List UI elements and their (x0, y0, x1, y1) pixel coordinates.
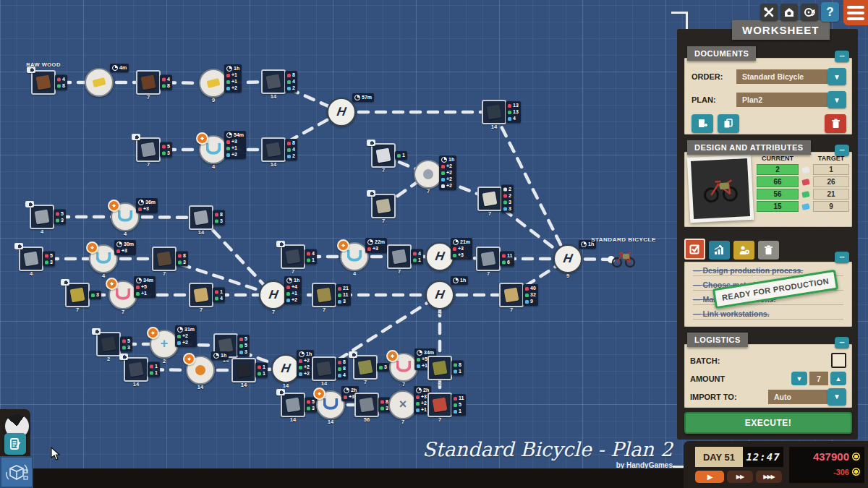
material-icon (35, 210, 50, 225)
material-node[interactable]: 84214 (261, 69, 286, 94)
order-select[interactable]: Standard Bicycle (736, 69, 827, 84)
material-node[interactable]: 8356 (354, 393, 379, 417)
documents-collapse-button[interactable]: – (835, 51, 849, 62)
process-node[interactable]: 2h+314 (316, 390, 345, 419)
delete-tab[interactable] (758, 241, 779, 260)
material-node[interactable]: 837 (152, 247, 176, 271)
play-button[interactable]: ▶ (695, 471, 724, 483)
material-node[interactable]: 532 (96, 332, 121, 356)
material-node[interactable]: 534 (30, 205, 54, 229)
process-node[interactable]: 1h14 (186, 356, 215, 385)
checklist-collapse-button[interactable]: – (835, 252, 849, 263)
copy-plan-button[interactable] (718, 114, 739, 133)
workers-tab[interactable] (733, 241, 754, 260)
menu-button[interactable] (843, 0, 868, 25)
process-node[interactable]: 54m+3+1+24 (199, 135, 228, 164)
help-icon: ? (826, 5, 833, 20)
material-icon (141, 75, 156, 90)
worker-gear-icon (739, 245, 750, 255)
logistics-collapse-button[interactable]: – (835, 337, 849, 348)
process-node[interactable]: 4m (85, 68, 114, 97)
chevron-down-icon[interactable]: ▼ (827, 68, 846, 85)
material-node[interactable]: 534 (19, 247, 43, 271)
material-node[interactable]: 417 (281, 244, 305, 269)
plan-select[interactable]: Plan2 (736, 93, 827, 107)
tools-button[interactable] (760, 4, 778, 21)
stats-tab[interactable] (709, 241, 730, 260)
machine-icon (423, 169, 433, 179)
material-node[interactable]: 537 (136, 137, 161, 162)
fastest-forward-button[interactable]: ▶▶▶ (756, 471, 782, 483)
material-stats: 14 (213, 288, 225, 303)
material-node[interactable]: 17 (371, 143, 396, 168)
batch-checkbox[interactable] (831, 353, 846, 368)
material-stats: 53 (305, 398, 317, 413)
attributes-collapse-button[interactable]: – (835, 145, 849, 156)
material-node[interactable]: 48RAW WOOD (31, 70, 56, 95)
material-node[interactable]: 84214 (261, 137, 286, 162)
copy-icon (723, 119, 733, 129)
material-node[interactable]: 812 (427, 356, 452, 380)
fast-forward-button[interactable]: ▶▶ (727, 471, 753, 483)
chevron-down-icon[interactable]: ▼ (827, 388, 846, 406)
machine-icon (195, 365, 205, 375)
process-node[interactable]: +31m+2+22 (150, 330, 179, 359)
material-node[interactable]: 1167 (476, 247, 501, 271)
worksheet-tabs (684, 241, 779, 260)
worksheet-toggle-button[interactable] (4, 433, 26, 455)
hub-node[interactable]: H1h+4+1+27 (259, 281, 288, 309)
hub-node[interactable]: H1h+2+2+214 (271, 354, 300, 383)
machine-icon (347, 250, 362, 262)
stock-count: 14 (491, 124, 497, 130)
attribute-target-value: 21 (813, 189, 849, 200)
process-stats: 1h+2+2+2+2 (439, 155, 456, 190)
material-node[interactable]: 1313414 (482, 100, 506, 124)
hub-node[interactable]: H1h9 (553, 244, 582, 273)
process-node[interactable]: 22m+34 (340, 242, 369, 271)
material-node[interactable]: 22337 (477, 187, 502, 211)
hub-node[interactable]: H21m+3+3 (425, 242, 454, 271)
checklist-tab[interactable] (684, 239, 705, 260)
worksheet-panel: WORKSHEET DOCUMENTS – ORDER: Standard Bi… (677, 29, 858, 440)
material-node[interactable]: 211137 (312, 283, 336, 307)
material-node[interactable]: 1114 (124, 357, 148, 382)
material-node[interactable]: 403297 (499, 283, 524, 307)
workstation-icon: H (336, 105, 347, 119)
amount-decrease-button[interactable]: ▼ (791, 372, 807, 385)
delete-plan-button[interactable] (825, 114, 846, 133)
execute-button[interactable]: EXECUTE! (684, 412, 852, 434)
process-node[interactable]: 30m+34 (89, 244, 118, 273)
process-node[interactable]: ×2h+3+2+17 (388, 390, 417, 419)
material-node[interactable]: 147 (189, 283, 213, 307)
material-stats: 11 (148, 362, 160, 377)
process-node[interactable]: 36m+34 (111, 202, 140, 231)
process-node[interactable]: 34m+5+17 (389, 353, 418, 382)
attribute-row: 6626 (757, 176, 849, 187)
process-node[interactable]: 1h+1+1+29 (199, 69, 228, 98)
stock-count: 7 (402, 381, 405, 388)
material-node[interactable]: 88414 (312, 356, 336, 381)
process-node[interactable]: 1h+2+2+2+27 (414, 160, 443, 189)
material-node[interactable]: 37 (65, 283, 90, 307)
chevron-down-icon[interactable]: ▼ (827, 91, 846, 108)
material-node[interactable]: 8314 (189, 205, 213, 230)
material-node[interactable]: 11517 (427, 393, 452, 417)
process-node[interactable]: 34m+5+17 (109, 281, 137, 309)
workshop-button[interactable] (780, 4, 798, 21)
amount-increase-button[interactable]: ▲ (830, 372, 846, 385)
material-icon (376, 199, 391, 214)
material-node[interactable]: 487 (136, 70, 161, 95)
material-node[interactable]: 1114 (231, 358, 256, 382)
material-node[interactable]: 7 (371, 194, 396, 218)
material-node[interactable]: 37 (353, 355, 378, 380)
material-node[interactable]: 417 (387, 244, 412, 269)
hub-node[interactable]: H1h4 (425, 281, 454, 309)
blueprint-mode-button[interactable] (0, 456, 33, 488)
import-to-select[interactable]: Auto (768, 390, 827, 404)
hub-node[interactable]: H57m (327, 98, 356, 127)
help-button[interactable]: ? (821, 2, 839, 22)
new-plan-button[interactable] (692, 114, 713, 133)
stock-count: 7 (401, 419, 404, 425)
snail-button[interactable] (801, 4, 818, 21)
material-node[interactable]: 5314 (281, 393, 305, 417)
